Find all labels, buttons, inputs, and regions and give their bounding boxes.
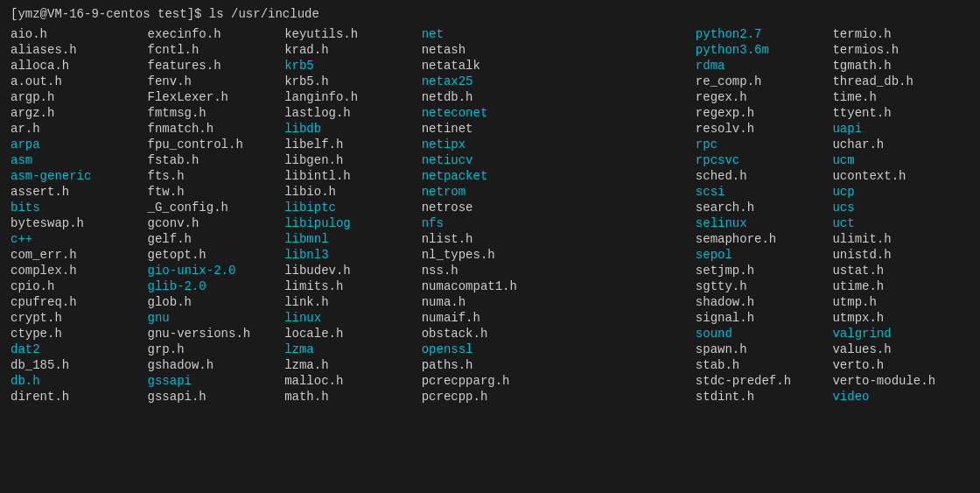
- file-item: unistd.h: [832, 247, 970, 263]
- file-item: krad.h: [284, 42, 422, 58]
- file-item: [558, 137, 696, 152]
- file-item: re_comp.h: [696, 74, 833, 89]
- file-item: krb5: [284, 58, 422, 74]
- file-item: rpcsvc: [696, 152, 833, 168]
- file-item: [558, 215, 696, 231]
- file-grid: aio.hexecinfo.hkeyutils.hnetpython2.7ter…: [10, 26, 970, 405]
- file-item: [558, 294, 696, 310]
- file-item: assert.h: [10, 184, 148, 200]
- file-item: libudev.h: [284, 263, 422, 278]
- file-item: limits.h: [284, 278, 422, 294]
- file-item: lzma: [284, 342, 422, 357]
- file-item: valgrind: [832, 326, 970, 342]
- file-item: fnmatch.h: [148, 121, 285, 137]
- file-item: gssapi: [148, 373, 285, 389]
- file-item: pcrecpp.h: [422, 389, 559, 405]
- file-item: [558, 278, 696, 294]
- file-item: libintl.h: [284, 168, 422, 184]
- file-item: aliases.h: [10, 42, 148, 58]
- file-item: obstack.h: [422, 326, 559, 342]
- file-item: values.h: [832, 342, 970, 357]
- file-item: verto.h: [832, 357, 970, 373]
- file-item: libio.h: [284, 184, 422, 200]
- file-item: ucontext.h: [832, 168, 970, 184]
- file-item: uchar.h: [832, 137, 970, 152]
- file-item: neteconet: [422, 105, 559, 121]
- file-item: pcrecpparg.h: [422, 373, 559, 389]
- prompt-line: [ymz@VM-16-9-centos test]$ ls /usr/inclu…: [10, 7, 970, 21]
- file-item: aio.h: [10, 26, 148, 42]
- file-item: shadow.h: [696, 294, 833, 310]
- file-item: locale.h: [284, 326, 422, 342]
- file-item: [558, 200, 696, 215]
- file-item: verto-module.h: [832, 373, 970, 389]
- file-item: thread_db.h: [832, 74, 970, 89]
- file-item: libmnl: [284, 231, 422, 247]
- file-item: malloc.h: [284, 373, 422, 389]
- file-item: gnu: [148, 310, 285, 326]
- file-item: netrose: [422, 200, 559, 215]
- file-item: gnu-versions.h: [148, 326, 285, 342]
- file-item: net: [422, 26, 559, 42]
- file-item: db.h: [10, 373, 148, 389]
- file-item: keyutils.h: [284, 26, 422, 42]
- file-item: gshadow.h: [148, 357, 285, 373]
- file-item: alloca.h: [10, 58, 148, 74]
- file-item: [558, 152, 696, 168]
- file-item: [558, 168, 696, 184]
- file-item: [558, 357, 696, 373]
- file-item: byteswap.h: [10, 215, 148, 231]
- file-item: setjmp.h: [696, 263, 833, 278]
- file-item: python2.7: [696, 26, 833, 42]
- file-item: link.h: [284, 294, 422, 310]
- file-item: gelf.h: [148, 231, 285, 247]
- file-item: ustat.h: [832, 263, 970, 278]
- file-item: linux: [284, 310, 422, 326]
- file-item: gio-unix-2.0: [148, 263, 285, 278]
- file-item: libgen.h: [284, 152, 422, 168]
- file-item: sched.h: [696, 168, 833, 184]
- file-item: asm: [10, 152, 148, 168]
- file-item: nlist.h: [422, 231, 559, 247]
- file-item: krb5.h: [284, 74, 422, 89]
- file-item: regexp.h: [696, 105, 833, 121]
- file-item: gssapi.h: [148, 389, 285, 405]
- file-item: termio.h: [832, 26, 970, 42]
- file-item: [558, 231, 696, 247]
- file-item: spawn.h: [696, 342, 833, 357]
- file-item: [558, 89, 696, 105]
- file-item: gconv.h: [148, 215, 285, 231]
- file-item: [558, 389, 696, 405]
- file-item: com_err.h: [10, 247, 148, 263]
- file-item: libelf.h: [284, 137, 422, 152]
- file-item: netash: [422, 42, 559, 58]
- file-item: fenv.h: [148, 74, 285, 89]
- file-item: features.h: [148, 58, 285, 74]
- file-item: termios.h: [832, 42, 970, 58]
- file-item: [558, 105, 696, 121]
- file-item: [558, 263, 696, 278]
- file-item: netinet: [422, 121, 559, 137]
- file-item: argz.h: [10, 105, 148, 121]
- file-item: ftw.h: [148, 184, 285, 200]
- file-item: complex.h: [10, 263, 148, 278]
- file-item: tgmath.h: [832, 58, 970, 74]
- file-item: [558, 310, 696, 326]
- file-item: numacompat1.h: [422, 278, 559, 294]
- file-item: uct: [832, 215, 970, 231]
- file-item: _G_config.h: [148, 200, 285, 215]
- file-item: fstab.h: [148, 152, 285, 168]
- file-item: netdb.h: [422, 89, 559, 105]
- file-item: fmtmsg.h: [148, 105, 285, 121]
- file-item: netatalk: [422, 58, 559, 74]
- terminal: [ymz@VM-16-9-centos test]$ ls /usr/inclu…: [10, 7, 970, 405]
- file-item: netax25: [422, 74, 559, 89]
- file-item: semaphore.h: [696, 231, 833, 247]
- file-item: crypt.h: [10, 310, 148, 326]
- file-item: fts.h: [148, 168, 285, 184]
- file-item: lzma.h: [284, 357, 422, 373]
- file-item: rdma: [696, 58, 833, 74]
- file-item: netipx: [422, 137, 559, 152]
- file-item: langinfo.h: [284, 89, 422, 105]
- file-item: netrom: [422, 184, 559, 200]
